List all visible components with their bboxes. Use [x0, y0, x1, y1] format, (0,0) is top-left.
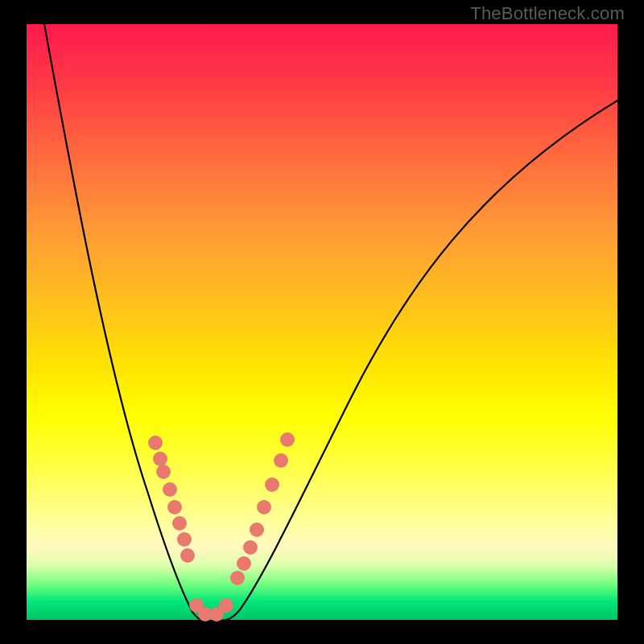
data-point [274, 453, 288, 468]
data-point [280, 432, 295, 447]
data-point [237, 556, 251, 571]
data-point [230, 571, 245, 585]
data-point [163, 482, 177, 497]
data-point [243, 540, 258, 555]
data-point [167, 500, 182, 514]
data-point [177, 532, 192, 547]
data-point [219, 598, 233, 613]
data-point [257, 500, 271, 514]
data-point [156, 464, 171, 479]
watermark-text: TheBottleneck.com [470, 3, 625, 24]
data-point [180, 548, 195, 563]
curve-right [212, 101, 617, 621]
data-point [265, 477, 279, 492]
data-point [148, 436, 163, 450]
curve-overlay [27, 24, 617, 620]
data-point [153, 452, 167, 466]
data-point [250, 522, 264, 537]
data-points-group [148, 432, 295, 621]
curve-left [44, 24, 212, 621]
data-point [172, 516, 187, 530]
